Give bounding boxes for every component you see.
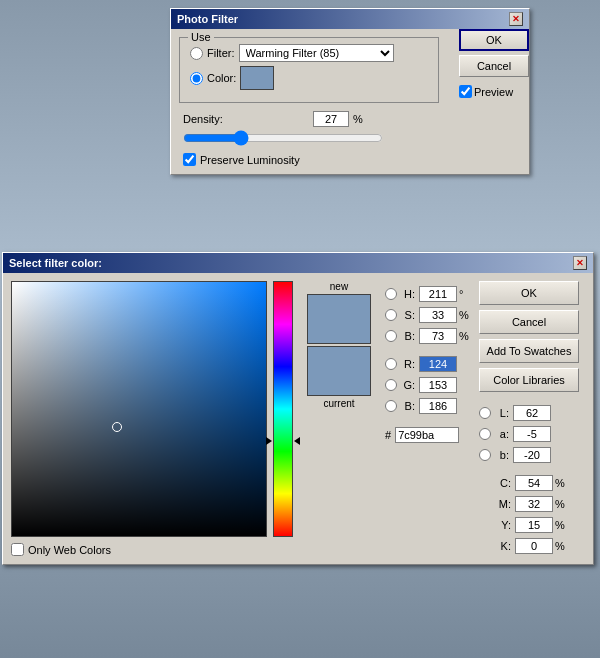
h-input[interactable] — [419, 286, 457, 302]
k-label: K: — [495, 540, 511, 552]
g-field-row: G: — [385, 376, 473, 394]
filter-radio-label: Filter: — [207, 47, 235, 59]
color-picker-dialog: Select filter color: ✕ Only Web Color — [2, 252, 594, 565]
m-label: M: — [495, 498, 511, 510]
filter-radio-row: Filter: Warming Filter (85) — [190, 44, 428, 62]
r-input[interactable] — [419, 356, 457, 372]
h-label: H: — [399, 288, 415, 300]
g-input[interactable] — [419, 377, 457, 393]
r-field-row: R: — [385, 355, 473, 373]
b2-label: B: — [399, 400, 415, 412]
hue-arrow-left — [266, 437, 272, 445]
density-row: Density: % — [179, 111, 439, 127]
photo-filter-body: Use Filter: Warming Filter (85) Color: D… — [171, 29, 529, 174]
b-unit: % — [459, 330, 473, 342]
s-label: S: — [399, 309, 415, 321]
y-unit: % — [555, 519, 569, 531]
b-input[interactable] — [419, 328, 457, 344]
c-field-row: C: % — [479, 474, 579, 492]
l-field-row: L: — [479, 404, 579, 422]
g-radio[interactable] — [385, 379, 397, 391]
r-label: R: — [399, 358, 415, 370]
s-input[interactable] — [419, 307, 457, 323]
cp-buttons-section: OK Cancel Add To Swatches Color Librarie… — [479, 281, 579, 392]
b2-radio[interactable] — [385, 400, 397, 412]
density-percent: % — [353, 113, 363, 125]
k-input[interactable] — [515, 538, 553, 554]
use-group-label: Use — [188, 31, 214, 43]
preview-label: Preview — [474, 86, 513, 98]
photo-filter-title: Photo Filter — [177, 13, 238, 25]
b2-field-row: B: — [385, 397, 473, 415]
h-radio[interactable] — [385, 288, 397, 300]
only-web-colors-label: Only Web Colors — [28, 544, 111, 556]
color-picker-close-button[interactable]: ✕ — [573, 256, 587, 270]
s-unit: % — [459, 309, 473, 321]
preview-row: Preview — [459, 85, 529, 98]
density-input[interactable] — [313, 111, 349, 127]
a-field-row: a: — [479, 425, 579, 443]
s-radio[interactable] — [385, 309, 397, 321]
filter-dropdown[interactable]: Warming Filter (85) — [239, 44, 394, 62]
hue-slider-wrapper — [273, 281, 293, 537]
gradient-section: Only Web Colors — [11, 281, 293, 556]
color-gradient-box[interactable] — [11, 281, 267, 537]
photo-filter-close-button[interactable]: ✕ — [509, 12, 523, 26]
preserve-row: Preserve Luminosity — [179, 153, 439, 166]
hsb-rgb-fields: H: ° S: % B: % R: — [385, 285, 473, 556]
gradient-hue-row — [11, 281, 293, 537]
g-label: G: — [399, 379, 415, 391]
h-field-row: H: ° — [385, 285, 473, 303]
a-input[interactable] — [513, 426, 551, 442]
color-picker-title: Select filter color: — [9, 257, 102, 269]
only-web-colors-checkbox[interactable] — [11, 543, 24, 556]
k-field-row: K: % — [479, 537, 579, 555]
new-swatch[interactable] — [307, 294, 371, 344]
b-label: B: — [399, 330, 415, 342]
b-radio[interactable] — [385, 330, 397, 342]
photo-filter-ok-button[interactable]: OK — [459, 29, 529, 51]
color-libraries-button[interactable]: Color Libraries — [479, 368, 579, 392]
lab-cmyk-fields: L: a: b: C: — [479, 404, 579, 555]
a-label: a: — [493, 428, 509, 440]
hex-input[interactable] — [395, 427, 459, 443]
photo-filter-cancel-button[interactable]: Cancel — [459, 55, 529, 77]
preview-checkbox[interactable] — [459, 85, 472, 98]
c-input[interactable] — [515, 475, 553, 491]
density-slider-row — [179, 131, 439, 153]
current-swatch[interactable] — [307, 346, 371, 396]
cp-cancel-button[interactable]: Cancel — [479, 310, 579, 334]
c-label: C: — [495, 477, 511, 489]
m-unit: % — [555, 498, 569, 510]
color-picker-body: Only Web Colors new current H: ° S: — [3, 273, 593, 564]
preserve-checkbox[interactable] — [183, 153, 196, 166]
r-radio[interactable] — [385, 358, 397, 370]
l-label: L: — [493, 407, 509, 419]
add-to-swatches-button[interactable]: Add To Swatches — [479, 339, 579, 363]
a-radio[interactable] — [479, 428, 491, 440]
b-field-row: B: % — [385, 327, 473, 345]
m-field-row: M: % — [479, 495, 579, 513]
b2-input[interactable] — [419, 398, 457, 414]
filter-radio[interactable] — [190, 47, 203, 60]
lab-b-input[interactable] — [513, 447, 551, 463]
density-slider[interactable] — [183, 131, 383, 145]
density-label: Density: — [183, 113, 253, 125]
hex-row: # — [385, 427, 473, 443]
m-input[interactable] — [515, 496, 553, 512]
color-picker-titlebar: Select filter color: ✕ — [3, 253, 593, 273]
c-unit: % — [555, 477, 569, 489]
color-picker-cursor — [112, 422, 122, 432]
y-input[interactable] — [515, 517, 553, 533]
current-label: current — [323, 398, 354, 409]
l-input[interactable] — [513, 405, 551, 421]
photo-filter-buttons: OK Cancel Preview — [459, 29, 529, 98]
hue-slider[interactable] — [273, 281, 293, 537]
l-radio[interactable] — [479, 407, 491, 419]
color-swatch-display[interactable] — [240, 66, 274, 90]
web-colors-row: Only Web Colors — [11, 541, 293, 556]
lab-b-radio[interactable] — [479, 449, 491, 461]
new-label: new — [330, 281, 348, 292]
color-radio[interactable] — [190, 72, 203, 85]
cp-ok-button[interactable]: OK — [479, 281, 579, 305]
